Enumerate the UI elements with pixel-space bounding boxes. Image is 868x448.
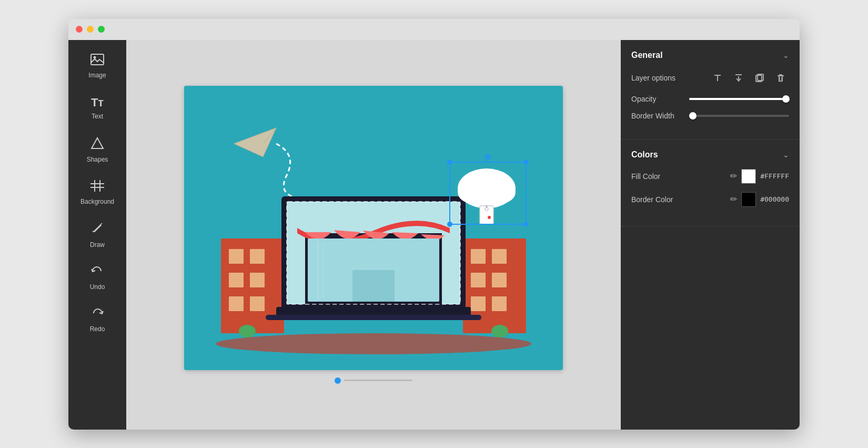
svg-rect-24 — [492, 273, 507, 287]
svg-rect-23 — [471, 273, 486, 287]
colors-section: Colors ⌄ Fill Color ✎ #FFFFFF Border Col… — [621, 140, 800, 226]
svg-rect-21 — [471, 249, 486, 264]
fill-color-value: #FFFFFF — [760, 172, 789, 180]
layer-options-row: Layer options — [631, 69, 789, 86]
background-icon — [90, 180, 104, 195]
opacity-label: Opacity — [631, 95, 689, 103]
border-width-controls — [689, 115, 789, 117]
general-title: General — [631, 51, 663, 60]
scroll-line — [344, 380, 412, 381]
shapes-icon — [90, 137, 104, 153]
svg-point-19 — [239, 325, 256, 337]
border-width-row: Border Width — [631, 112, 789, 120]
sidebar-item-undo[interactable]: Undo — [68, 257, 126, 299]
minimize-button[interactable] — [87, 26, 94, 33]
sidebar-item-shapes[interactable]: Shapes — [68, 128, 126, 172]
maximize-button[interactable] — [98, 26, 105, 33]
border-color-value: #000000 — [760, 195, 789, 203]
sidebar-item-image[interactable]: Image — [68, 45, 126, 87]
sidebar: Image Tт Text Shapes — [68, 40, 126, 430]
sidebar-item-redo[interactable]: Redo — [68, 299, 126, 341]
opacity-thumb[interactable] — [782, 95, 790, 103]
colors-section-header: Colors ⌄ — [631, 150, 789, 160]
svg-rect-22 — [492, 249, 507, 264]
svg-point-46 — [488, 216, 491, 219]
general-section: General ⌄ Layer options — [621, 40, 800, 140]
svg-rect-16 — [250, 273, 265, 287]
layer-text-button[interactable] — [709, 69, 726, 86]
canvas-area — [126, 40, 621, 430]
svg-line-7 — [100, 223, 102, 225]
close-button[interactable] — [76, 26, 83, 33]
general-chevron[interactable]: ⌄ — [783, 51, 789, 59]
border-color-controls: ✎ #000000 — [730, 192, 789, 207]
layer-copy-button[interactable] — [751, 69, 768, 86]
svg-rect-17 — [229, 296, 244, 311]
border-color-label: Border Color — [631, 195, 730, 204]
sidebar-item-image-label: Image — [88, 72, 106, 79]
app-window: Image Tт Text Shapes — [68, 19, 800, 430]
svg-rect-14 — [250, 249, 265, 264]
sidebar-item-draw[interactable]: Draw — [68, 214, 126, 257]
opacity-fill — [689, 98, 784, 100]
sidebar-item-undo-label: Undo — [90, 283, 105, 291]
layer-options-controls — [709, 69, 789, 86]
canvas-frame[interactable] — [184, 86, 563, 370]
sidebar-item-background[interactable]: Background — [68, 172, 126, 214]
draw-icon — [91, 222, 104, 238]
redo-icon — [90, 307, 104, 322]
sidebar-item-shapes-label: Shapes — [87, 156, 108, 163]
svg-rect-30 — [266, 315, 481, 320]
svg-point-28 — [216, 333, 531, 354]
svg-rect-0 — [91, 54, 104, 65]
sidebar-item-text[interactable]: Tт Text — [68, 87, 126, 128]
opacity-controls — [689, 98, 789, 100]
svg-rect-18 — [250, 296, 265, 311]
svg-point-50 — [447, 222, 452, 227]
sidebar-item-draw-label: Draw — [90, 241, 105, 248]
titlebar — [68, 19, 800, 40]
svg-rect-25 — [471, 296, 486, 311]
general-section-header: General ⌄ — [631, 51, 789, 60]
app-body: Image Tт Text Shapes — [68, 40, 800, 430]
svg-rect-43 — [480, 206, 493, 224]
sidebar-item-redo-label: Redo — [90, 325, 105, 333]
svg-point-42 — [472, 172, 501, 195]
fill-color-controls: ✎ #FFFFFF — [730, 169, 789, 184]
scroll-dot-active[interactable] — [335, 377, 341, 384]
right-panel: General ⌄ Layer options — [621, 40, 800, 430]
svg-point-49 — [523, 160, 529, 165]
fill-color-swatch[interactable] — [741, 169, 756, 184]
layer-delete-button[interactable] — [772, 69, 789, 86]
svg-rect-37 — [352, 270, 395, 302]
border-width-thumb[interactable] — [689, 112, 697, 120]
border-width-label: Border Width — [631, 112, 689, 120]
fill-color-row: Fill Color ✎ #FFFFFF — [631, 169, 789, 184]
border-color-swatch[interactable] — [741, 192, 756, 207]
svg-point-27 — [491, 325, 508, 337]
fill-color-label: Fill Color — [631, 172, 730, 181]
opacity-row: Opacity — [631, 95, 789, 103]
sidebar-item-text-label: Text — [92, 113, 103, 120]
svg-marker-2 — [92, 138, 103, 148]
colors-chevron[interactable]: ⌄ — [783, 151, 789, 159]
undo-icon — [90, 265, 104, 280]
layer-down-button[interactable] — [730, 69, 747, 86]
svg-rect-26 — [492, 296, 507, 311]
svg-point-51 — [523, 222, 529, 227]
scroll-indicator — [335, 377, 412, 384]
canvas-image — [184, 86, 563, 370]
border-width-slider[interactable] — [689, 115, 789, 117]
opacity-slider[interactable] — [689, 98, 789, 100]
border-color-row: Border Color ✎ #000000 — [631, 192, 789, 207]
svg-point-48 — [447, 160, 452, 165]
layer-options-label: Layer options — [631, 74, 709, 82]
sidebar-item-background-label: Background — [80, 198, 114, 205]
svg-rect-15 — [229, 273, 244, 287]
image-icon — [90, 54, 104, 68]
colors-title: Colors — [631, 150, 658, 160]
svg-rect-13 — [229, 249, 244, 264]
text-icon: Tт — [91, 96, 104, 109]
